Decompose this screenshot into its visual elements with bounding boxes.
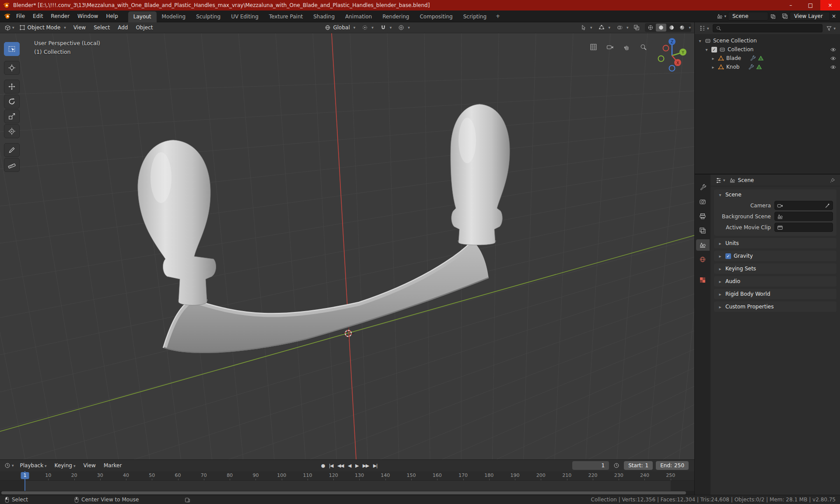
timeline-track[interactable] (0, 481, 694, 491)
active-movie-clip-field[interactable] (774, 223, 833, 232)
timeline-body[interactable]: 1020304050607080901001101201301401501601… (0, 471, 694, 491)
camera-field[interactable] (774, 201, 833, 210)
play-button[interactable]: ▶ (353, 462, 360, 469)
menu-help[interactable]: Help (102, 11, 122, 21)
pin-button[interactable] (828, 177, 836, 184)
collection-checkbox[interactable]: ✓ (711, 47, 717, 52)
new-scene-button[interactable] (769, 13, 777, 20)
scrollbar-thumb[interactable] (1, 491, 686, 494)
workspace-tab-rendering[interactable]: Rendering (377, 11, 414, 22)
menu-window[interactable]: Window (74, 11, 102, 21)
workspace-tab-texture-paint[interactable]: Texture Paint (264, 11, 308, 22)
scale-tool[interactable] (4, 109, 20, 123)
pivot-point-dropdown[interactable]: ▾ (359, 24, 376, 32)
jump-to-end-button[interactable]: ▶| (371, 462, 379, 469)
timeline-scrollbar[interactable] (0, 491, 694, 495)
camera-view-button[interactable] (604, 41, 616, 52)
modifier-wrench-icon[interactable] (749, 55, 756, 61)
mesh-data-icon[interactable] (756, 64, 762, 70)
view-layer-name-field[interactable]: View Layer (790, 12, 830, 21)
properties-tab-texture[interactable] (696, 274, 710, 286)
eye-icon[interactable] (830, 46, 836, 53)
gizmo-y-neg-ball[interactable] (658, 56, 664, 62)
zoom-view-button[interactable] (637, 41, 649, 52)
gizmo-x-neg-ball[interactable] (663, 46, 669, 51)
eyedropper-icon[interactable] (825, 203, 830, 208)
outliner-row-collection[interactable]: ▾✓Collection (695, 45, 840, 54)
shading-rendered-button[interactable] (677, 24, 687, 32)
workspace-tab-animation[interactable]: Animation (340, 11, 377, 22)
viewport-menu-add[interactable]: Add (114, 23, 132, 32)
close-button[interactable]: × (820, 0, 840, 10)
frame-start-field[interactable]: Start: 1 (624, 461, 653, 470)
object-visibility-dropdown[interactable]: ▾ (578, 24, 595, 32)
workspace-tab-uv-editing[interactable]: UV Editing (226, 11, 264, 22)
use-preview-range-toggle[interactable] (612, 462, 621, 469)
units-section-header[interactable]: ▸Units (714, 238, 836, 248)
timeline-menu-keying[interactable]: Keying▾ (51, 461, 80, 470)
timeline-menu-view[interactable]: View (79, 461, 99, 470)
workspace-tab-sculpting[interactable]: Sculpting (191, 11, 226, 22)
next-keyframe-button[interactable]: ▶▶ (360, 462, 371, 469)
properties-tab-world[interactable] (696, 254, 710, 265)
rigid-body-world-section-header[interactable]: ▸Rigid Body World (714, 289, 836, 299)
browse-scene-button[interactable]: ▾ (715, 12, 728, 20)
modifier-wrench-icon[interactable] (748, 64, 754, 70)
overlays-dropdown[interactable]: ▾ (614, 24, 631, 32)
gizmos-dropdown[interactable]: ▾ (596, 24, 613, 32)
properties-tab-tool[interactable] (696, 182, 710, 193)
collection-disclosure-icon[interactable]: ▾ (704, 47, 709, 52)
properties-tab-scene[interactable] (696, 239, 710, 251)
knob-disclosure-icon[interactable]: ▸ (710, 65, 716, 70)
move-tool[interactable] (4, 80, 20, 94)
properties-tab-output[interactable] (696, 210, 710, 222)
frame-end-field[interactable]: End: 250 (656, 461, 689, 470)
viewport-canvas[interactable]: User Perspective (Local) (1) Collection … (0, 33, 694, 459)
outliner-row-knob[interactable]: ▸Knob (695, 63, 840, 71)
transform-tool[interactable] (4, 124, 20, 138)
menu-file[interactable]: File (12, 11, 29, 21)
play-reverse-button[interactable]: ◀ (346, 462, 353, 469)
workspace-tab-shading[interactable]: Shading (308, 11, 340, 22)
properties-tab-render[interactable] (696, 196, 710, 207)
background-scene-field[interactable] (774, 212, 833, 221)
viewport-menu-object[interactable]: Object (132, 23, 157, 32)
menu-render[interactable]: Render (47, 11, 74, 21)
outliner-row-scene-collection[interactable]: ▾Scene Collection (695, 36, 840, 45)
audio-section-header[interactable]: ▸Audio (714, 276, 836, 287)
scene-section-header[interactable]: ▾Scene (714, 189, 836, 200)
scene-name-field[interactable]: Scene (728, 12, 768, 21)
pan-view-button[interactable] (621, 41, 632, 52)
shading-material-button[interactable] (666, 24, 677, 32)
outliner-row-blade[interactable]: ▸Blade (695, 54, 840, 63)
add-workspace-button[interactable]: + (492, 11, 504, 21)
shading-wireframe-button[interactable] (645, 24, 656, 32)
maximize-button[interactable]: □ (801, 0, 820, 10)
viewport-menu-select[interactable]: Select (90, 23, 114, 32)
annotate-tool[interactable] (4, 143, 20, 157)
proportional-editing-dropdown[interactable]: ▾ (396, 24, 413, 32)
outliner-editor-type-button[interactable]: ▾ (698, 24, 710, 32)
eye-icon[interactable] (830, 64, 836, 70)
workspace-tab-compositing[interactable]: Compositing (414, 11, 458, 22)
scene-collection-disclosure-icon[interactable]: ▾ (697, 38, 703, 43)
timeline-menu-marker[interactable]: Marker (100, 461, 126, 470)
properties-tab-view-layer[interactable] (696, 225, 710, 236)
navigation-gizmo[interactable]: Z Y X (653, 35, 692, 74)
jump-to-start-button[interactable]: |◀ (327, 462, 335, 469)
menu-edit[interactable]: Edit (29, 11, 47, 21)
custom-properties-section-header[interactable]: ▸Custom Properties (714, 301, 836, 312)
timeline-menu-playback[interactable]: Playback▾ (16, 461, 51, 470)
eye-icon[interactable] (830, 55, 836, 62)
xray-toggle[interactable] (632, 24, 641, 32)
gravity-checkbox[interactable]: ✓ (725, 253, 731, 259)
box-select-tool[interactable] (4, 42, 20, 56)
workspace-tab-scripting[interactable]: Scripting (458, 11, 492, 22)
prev-keyframe-button[interactable]: ◀◀ (335, 462, 346, 469)
timeline-editor-type-button[interactable]: ▾ (3, 462, 15, 469)
blender-menu-icon[interactable] (3, 12, 12, 21)
outliner-search-input[interactable] (713, 24, 823, 32)
minimize-button[interactable]: – (781, 0, 801, 10)
shading-solid-button[interactable] (656, 24, 666, 32)
outliner-filter-button[interactable]: ▾ (825, 24, 837, 32)
